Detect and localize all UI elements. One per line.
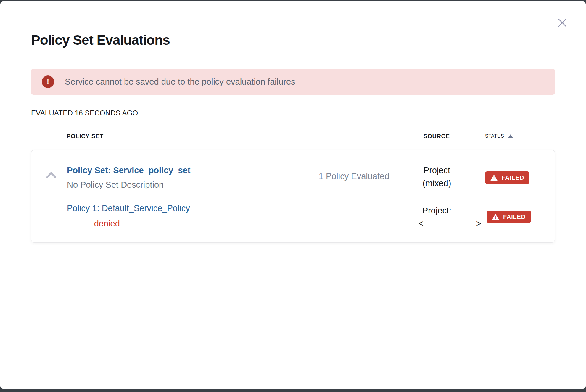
source-cell-parent: Project (mixed): [392, 164, 481, 190]
column-header-status[interactable]: STATUS: [481, 134, 555, 139]
table-header-row: POLICY SET SOURCE STATUS: [31, 130, 555, 142]
error-banner: ! Service cannot be saved due to the pol…: [31, 69, 555, 95]
angle-open: <: [418, 217, 424, 230]
policy-set-card: Policy Set: Service_policy_set No Policy…: [31, 150, 555, 243]
policy-set-link[interactable]: Policy Set: Service_policy_set: [67, 164, 191, 177]
status-badge-parent: ! FAILED: [485, 171, 529, 184]
result-dash: -: [82, 219, 85, 229]
policy-result: - denied: [82, 219, 120, 229]
close-icon: [556, 17, 568, 30]
status-badge-label: FAILED: [503, 213, 526, 220]
collapse-row-button[interactable]: [43, 169, 59, 182]
source-child-line2: < >: [392, 217, 481, 230]
chevron-up-icon: [43, 179, 59, 183]
warning-triangle-icon: !: [492, 214, 499, 220]
policy-set-description: No Policy Set Description: [67, 180, 164, 189]
page-title: Policy Set Evaluations: [31, 32, 170, 48]
close-button[interactable]: [556, 17, 569, 30]
source-parent-line1: Project: [424, 166, 450, 175]
policies-evaluated-count: 1 Policy Evaluated: [304, 171, 404, 181]
column-header-status-label: STATUS: [485, 134, 504, 139]
source-child-line1: Project:: [392, 204, 481, 217]
angle-close: >: [476, 217, 481, 230]
sort-ascending-icon: [508, 134, 513, 138]
evaluated-timestamp: EVALUATED 16 SECONDS AGO: [31, 109, 138, 117]
error-banner-message: Service cannot be saved due to the polic…: [65, 77, 295, 87]
column-header-source: SOURCE: [392, 133, 481, 140]
source-cell-child: Project: < >: [392, 204, 481, 230]
status-badge-child: ! FAILED: [487, 211, 531, 223]
source-parent-line2: (mixed): [423, 179, 451, 188]
status-badge-label: FAILED: [502, 174, 524, 181]
policy-link[interactable]: Policy 1: Default_Service_Policy: [67, 203, 190, 213]
error-circle-icon: !: [42, 75, 54, 88]
result-denied-label: denied: [94, 219, 120, 229]
policy-set-cell: Policy Set: Service_policy_set No Policy…: [67, 164, 191, 193]
warning-triangle-icon: !: [490, 175, 498, 181]
policy-evaluations-modal: Policy Set Evaluations ! Service cannot …: [0, 1, 586, 389]
column-header-policy-set: POLICY SET: [67, 133, 292, 140]
